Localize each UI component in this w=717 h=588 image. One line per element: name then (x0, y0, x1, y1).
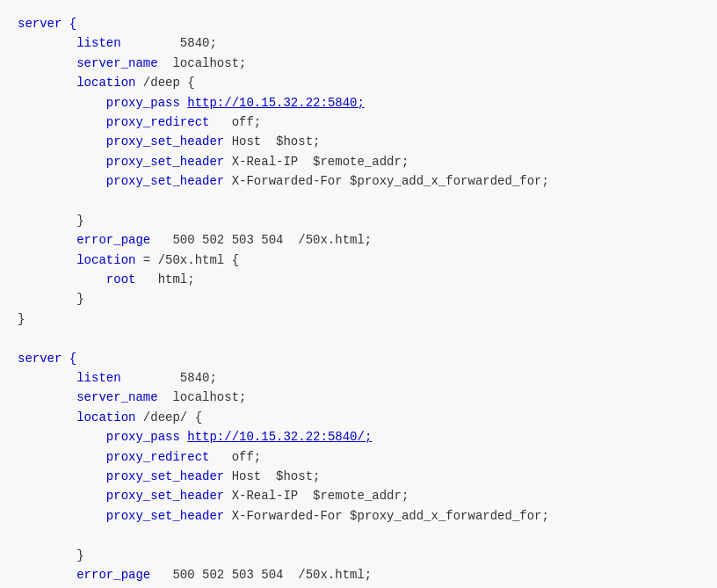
code-line: listen 5840; (18, 368, 699, 388)
code-container: server { listen 5840; server_name localh… (0, 0, 717, 588)
empty-line (18, 526, 699, 545)
code-line: } (18, 546, 699, 565)
code-line: proxy_set_header X-Real-IP $remote_addr; (18, 486, 699, 505)
code-line: server_name localhost; (18, 388, 699, 407)
code-content: server { listen 5840; server_name localh… (18, 14, 699, 588)
code-line: } (18, 211, 699, 230)
code-line: root html; (18, 270, 699, 289)
code-line: } (18, 309, 699, 329)
code-line: proxy_set_header X-Forwarded-For $proxy_… (18, 171, 699, 191)
code-line: proxy_redirect off; (18, 447, 699, 467)
code-line: location /deep/ { (18, 408, 699, 427)
code-line: location = /50x.html { (18, 584, 699, 588)
empty-line (18, 192, 699, 211)
code-line: proxy_pass http://10.15.32.22:5840; (18, 93, 699, 113)
empty-line (18, 329, 699, 348)
code-line: proxy_set_header X-Real-IP $remote_addr; (18, 152, 699, 171)
code-line: proxy_set_header Host $host; (18, 132, 699, 151)
code-line: } (18, 289, 699, 309)
code-line: proxy_redirect off; (18, 113, 699, 132)
code-line: proxy_set_header Host $host; (18, 467, 699, 486)
code-line: server { (18, 349, 699, 368)
code-line: server { (18, 14, 699, 33)
code-line: proxy_pass http://10.15.32.22:5840/; (18, 427, 699, 446)
code-line: error_page 500 502 503 504 /50x.html; (18, 230, 699, 250)
code-line: proxy_set_header X-Forwarded-For $proxy_… (18, 506, 699, 526)
code-line: error_page 500 502 503 504 /50x.html; (18, 565, 699, 584)
code-line: listen 5840; (18, 33, 699, 53)
code-line: server_name localhost; (18, 54, 699, 73)
code-line: location /deep { (18, 73, 699, 92)
code-line: location = /50x.html { (18, 250, 699, 270)
